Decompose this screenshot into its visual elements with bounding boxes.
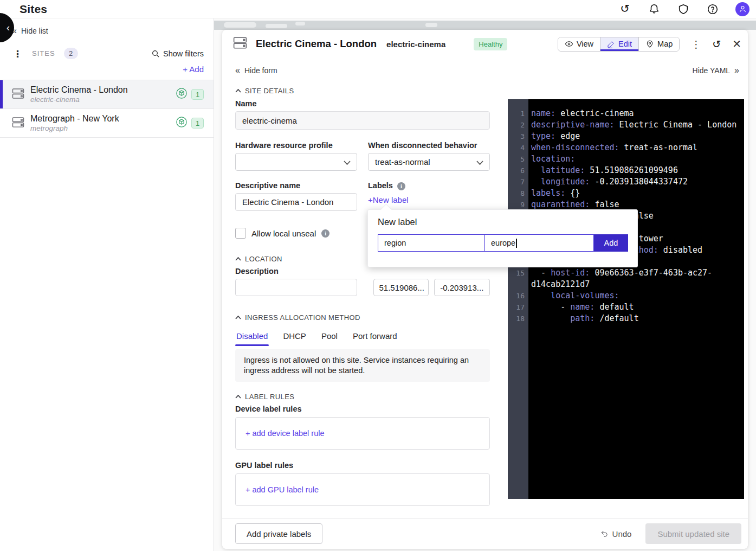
info-icon[interactable]: i bbox=[321, 229, 329, 238]
site-list-item[interactable]: Electric Cinema - London electric-cinema… bbox=[0, 80, 214, 109]
name-input[interactable] bbox=[235, 111, 490, 130]
site-name: Metrograph - New York bbox=[30, 114, 119, 124]
yaml-line: 15 - host-id: 09e66363-e3f7-463b-ac27- bbox=[508, 267, 744, 279]
yaml-line: 7 longitude: -0.2039138044337472 bbox=[508, 176, 744, 188]
descriptive-name-input[interactable] bbox=[235, 193, 357, 211]
double-chevron-right-icon: » bbox=[734, 66, 739, 75]
yaml-line: 16 local-volumes: bbox=[508, 290, 744, 302]
site-list-item[interactable]: Metrograph - New York metrograph 1 bbox=[0, 109, 214, 138]
close-icon[interactable]: ✕ bbox=[732, 37, 741, 50]
device-label-rules-label: Device label rules bbox=[235, 405, 490, 413]
allow-local-unseal-checkbox[interactable] bbox=[235, 228, 246, 239]
yaml-line: 6 latitude: 51.519086261099496 bbox=[508, 165, 744, 176]
refresh-icon[interactable]: ↺ bbox=[618, 3, 631, 16]
disconnected-behavior-label: When disconnected behavior bbox=[368, 141, 490, 150]
hide-list-button[interactable]: « Hide list bbox=[12, 26, 214, 36]
chevron-up-icon bbox=[235, 395, 241, 399]
add-gpu-label-rule-link[interactable]: + add GPU label rule bbox=[245, 485, 319, 494]
main-area: Electric Cinema - London electric-cinema… bbox=[214, 18, 756, 551]
host-count-badge: 1 bbox=[191, 89, 204, 100]
edit-tab[interactable]: Edit bbox=[600, 37, 639, 51]
yaml-line: 18 path: /default bbox=[508, 313, 744, 324]
ingress-tab-dhcp[interactable]: DHCP bbox=[282, 328, 307, 346]
eye-icon bbox=[565, 40, 573, 48]
yaml-line: 5location: bbox=[508, 153, 744, 165]
new-label-title: New label bbox=[378, 217, 637, 227]
yaml-line: 2descriptive-name: Electric Cinema - Lon… bbox=[508, 119, 744, 131]
yaml-editor[interactable]: 1name: electric-cinema2descriptive-name:… bbox=[508, 99, 744, 499]
chevron-up-icon bbox=[235, 316, 241, 319]
ingress-tab-pool[interactable]: Pool bbox=[320, 328, 339, 346]
site-list: Electric Cinema - London electric-cinema… bbox=[0, 80, 214, 138]
section-label-rules[interactable]: LABEL RULES bbox=[235, 393, 490, 401]
chevron-down-icon bbox=[344, 161, 351, 165]
add-device-label-rule-link[interactable]: + add device label rule bbox=[245, 429, 325, 438]
info-icon[interactable]: i bbox=[397, 182, 405, 190]
pencil-icon bbox=[607, 40, 615, 48]
show-filters-button[interactable]: Show filters bbox=[151, 49, 204, 58]
site-detail-card: Electric Cinema - London electric-cinema… bbox=[222, 30, 748, 549]
yaml-line: 4when-disconnected: treat-as-normal bbox=[508, 142, 744, 153]
label-key-input[interactable]: region bbox=[378, 234, 485, 252]
section-ingress[interactable]: INGRESS ALLOCATION METHOD bbox=[235, 313, 490, 322]
submit-updated-site-button[interactable]: Submit updated site bbox=[645, 523, 741, 544]
undo-button[interactable]: Undo bbox=[600, 529, 632, 539]
site-slug: electric-cinema bbox=[30, 95, 128, 104]
hardware-profile-label: Hardware resource profile bbox=[235, 141, 357, 150]
longitude-input[interactable]: -0.203913... bbox=[434, 279, 490, 296]
add-private-labels-button[interactable]: Add private labels bbox=[235, 523, 322, 544]
topbar-icons: ↺ bbox=[618, 2, 756, 16]
server-icon bbox=[12, 117, 25, 130]
package-circle-icon bbox=[176, 87, 188, 101]
map-background bbox=[214, 21, 756, 30]
yaml-line: 8labels: {} bbox=[508, 188, 744, 199]
chevron-up-icon bbox=[235, 89, 241, 93]
yaml-line: 3type: edge bbox=[508, 131, 744, 142]
description-input[interactable] bbox=[235, 279, 357, 296]
host-count-badge: 1 bbox=[191, 118, 204, 129]
disconnected-behavior-select[interactable]: treat-as-normal bbox=[368, 153, 490, 171]
notifications-bell-icon[interactable] bbox=[648, 3, 661, 16]
new-label-popover: New label region europe Add bbox=[367, 209, 638, 267]
view-tab[interactable]: View bbox=[558, 37, 600, 51]
sites-kebab-menu-icon[interactable]: ⋮ bbox=[13, 48, 22, 59]
ingress-note: Ingress is not allowed on this site. Ser… bbox=[235, 349, 490, 382]
top-bar: Sites ↺ bbox=[0, 0, 756, 18]
hide-yaml-button[interactable]: Hide YAML » bbox=[693, 66, 739, 75]
yaml-line: d14cab2121d7 bbox=[508, 279, 744, 290]
chevron-up-icon bbox=[235, 257, 241, 261]
sites-count-badge: 2 bbox=[64, 48, 78, 59]
page-title: Sites bbox=[20, 3, 47, 16]
shield-icon[interactable] bbox=[677, 3, 690, 16]
descriptive-name-label: Descriptive name bbox=[235, 181, 357, 190]
refresh-site-icon[interactable]: ↺ bbox=[712, 39, 721, 49]
hardware-profile-select[interactable] bbox=[235, 153, 357, 171]
package-circle-icon bbox=[176, 116, 188, 130]
view-mode-segmented-control: View Edit Map bbox=[558, 37, 680, 52]
help-icon[interactable] bbox=[706, 3, 719, 16]
add-site-button[interactable]: + Add bbox=[183, 65, 204, 74]
user-avatar[interactable] bbox=[735, 2, 749, 16]
yaml-line: 9quarantined: false bbox=[508, 199, 744, 210]
name-label: Name bbox=[235, 99, 490, 108]
sites-sidebar: « Hide list ⋮ SITES 2 Show filters + Add… bbox=[0, 18, 214, 551]
add-label-button[interactable]: Add bbox=[594, 234, 628, 252]
map-tab[interactable]: Map bbox=[639, 37, 679, 51]
section-site-details[interactable]: SITE DETAILS bbox=[235, 87, 490, 95]
latitude-input[interactable]: 51.519086... bbox=[373, 279, 429, 296]
server-icon bbox=[12, 88, 25, 101]
yaml-line: 17 - name: default bbox=[508, 302, 744, 313]
site-slug: metrograph bbox=[30, 124, 119, 132]
undo-arrow-icon bbox=[600, 530, 609, 537]
description-label: Description bbox=[235, 267, 490, 276]
ingress-tab-disabled[interactable]: Disabled bbox=[235, 328, 269, 346]
chevron-down-icon bbox=[476, 161, 483, 165]
gpu-label-rules-label: GPU label rules bbox=[235, 461, 490, 470]
more-options-kebab-icon[interactable]: ⋮ bbox=[691, 39, 701, 50]
allow-local-unseal-label: Allow local unseal bbox=[251, 229, 316, 238]
text-cursor bbox=[516, 239, 517, 248]
label-value-input[interactable]: europe bbox=[485, 234, 594, 252]
ingress-tab-port-forward[interactable]: Port forward bbox=[352, 328, 398, 346]
chevron-left-icon: ‹ bbox=[7, 22, 10, 34]
new-label-link[interactable]: +New label bbox=[368, 195, 409, 204]
